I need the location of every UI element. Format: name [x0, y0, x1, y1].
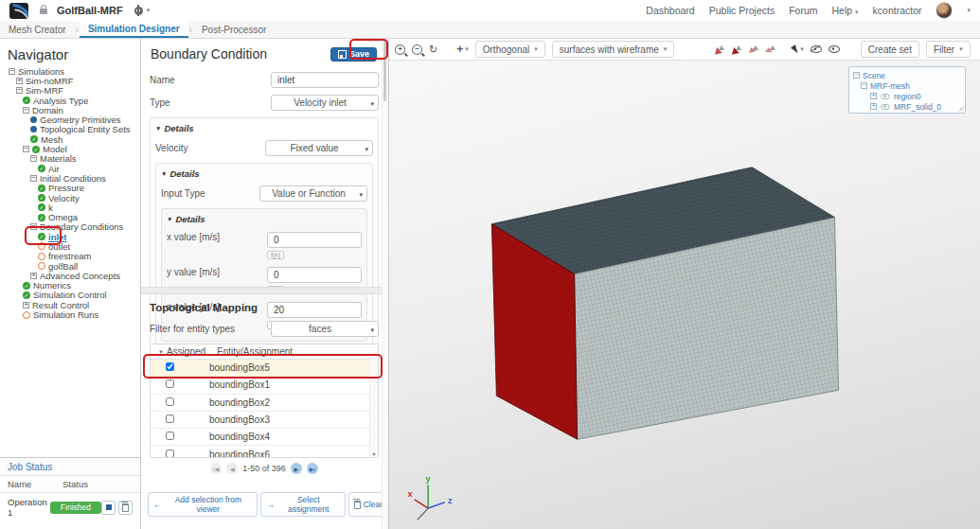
- tree-item-mesh[interactable]: ✓Mesh: [6, 134, 140, 144]
- details-header[interactable]: ▼Details: [167, 214, 362, 224]
- row-checkbox[interactable]: [166, 379, 174, 388]
- tree-item-analysis-type[interactable]: ✓Analysis Type: [6, 96, 140, 105]
- filter-button[interactable]: Filter▾: [926, 41, 971, 58]
- gear-icon[interactable]: [134, 7, 143, 15]
- create-set-button[interactable]: Create set: [861, 41, 919, 58]
- row-checkbox[interactable]: [166, 397, 174, 406]
- scroll-down-icon[interactable]: ▾: [372, 450, 375, 457]
- panel-scrollbar[interactable]: [382, 39, 388, 529]
- details-header[interactable]: ▼Details: [161, 168, 367, 179]
- row-checkbox[interactable]: [166, 414, 174, 423]
- tree-item-omega[interactable]: ✓Omega: [6, 212, 140, 221]
- tree-item-k[interactable]: ✓k: [6, 203, 140, 212]
- table-row[interactable]: boundingBox4: [151, 429, 378, 446]
- y-value-input[interactable]: [267, 267, 362, 283]
- x-value-input[interactable]: [267, 232, 362, 248]
- tree-item-simulation-runs[interactable]: Simulation Runs: [6, 309, 140, 319]
- table-row[interactable]: boundingBox2: [151, 395, 378, 412]
- chevron-down-icon[interactable]: ▾: [147, 7, 151, 14]
- viewport-3d[interactable]: y x z −Scene −MRF-mesh +region0 +MRF_sol…: [389, 61, 980, 529]
- tree-item-simulation-control[interactable]: ✓Simulation Control: [6, 291, 140, 300]
- tree-item-domain[interactable]: −Domain: [6, 105, 140, 115]
- expand-icon[interactable]: +: [870, 93, 877, 99]
- expand-icon[interactable]: +: [870, 103, 877, 110]
- table-row[interactable]: boundingBox5: [151, 360, 378, 377]
- zoom-in-icon[interactable]: +: [395, 44, 405, 55]
- tree-item-boundary-conditions[interactable]: −Boundary Conditions: [6, 222, 140, 232]
- nav-help[interactable]: Help ▾: [832, 5, 859, 16]
- collapse-icon[interactable]: −: [861, 82, 867, 89]
- tree-item-topological-entity-sets[interactable]: Topological Entity Sets: [6, 125, 140, 134]
- tree-item-pressure[interactable]: ✓Pressure: [6, 184, 140, 193]
- tab-post-processor[interactable]: Post-Processor: [193, 21, 275, 38]
- fit-view-button[interactable]: +▾: [456, 44, 469, 55]
- mesh-3d-render[interactable]: y x z: [389, 61, 980, 529]
- table-row[interactable]: boundingBox3: [151, 412, 378, 429]
- collapse-icon[interactable]: −: [853, 72, 860, 79]
- input-type-select[interactable]: Value or Function▾: [259, 185, 367, 202]
- next-page-button[interactable]: ▶: [291, 463, 302, 474]
- tree-item-inlet[interactable]: ✓inlet: [6, 232, 140, 241]
- collapse-icon[interactable]: −: [9, 68, 15, 75]
- viewer-mesh-tool-2-icon[interactable]: [731, 44, 741, 55]
- tab-simulation-designer[interactable]: Simulation Designer: [80, 21, 188, 38]
- entity-filter-select[interactable]: faces▾: [271, 321, 379, 337]
- collapse-icon[interactable]: −: [30, 223, 37, 230]
- last-page-button[interactable]: ▶|: [307, 463, 318, 474]
- expand-icon[interactable]: +: [30, 273, 37, 279]
- type-select[interactable]: Velocity inlet▾: [271, 95, 379, 111]
- scrollbar-thumb[interactable]: [383, 41, 386, 101]
- table-row[interactable]: boundingBox6: [151, 446, 378, 458]
- render-mode-select[interactable]: surfaces with wireframe▾: [552, 41, 675, 58]
- username[interactable]: kcontractor: [873, 5, 922, 16]
- collapse-icon[interactable]: −: [16, 87, 23, 94]
- table-row[interactable]: boundingBox1: [151, 377, 378, 394]
- projection-select[interactable]: Orthogonal▾: [475, 41, 545, 58]
- prev-page-button[interactable]: ◀: [226, 463, 238, 474]
- tree-item-sim-nomrf[interactable]: +Sim-noMRF: [6, 76, 140, 85]
- tree-item-materials[interactable]: −Materials: [6, 154, 140, 164]
- reset-view-icon[interactable]: ↻: [429, 44, 437, 55]
- collapse-icon[interactable]: −: [30, 175, 37, 182]
- row-checkbox[interactable]: [166, 450, 174, 458]
- nav-forum[interactable]: Forum: [789, 5, 817, 16]
- tree-item-simulations[interactable]: −Simulations: [6, 66, 140, 76]
- row-checkbox[interactable]: [166, 432, 174, 440]
- fx-button[interactable]: f(x): [267, 251, 284, 259]
- velocity-select[interactable]: Fixed value▾: [265, 140, 373, 156]
- add-selection-button[interactable]: ←Add selection from viewer: [148, 492, 258, 517]
- scene-tree-region[interactable]: +region0: [853, 91, 961, 101]
- scene-tree-solid[interactable]: +MRF_solid_0: [853, 101, 961, 112]
- nav-public-projects[interactable]: Public Projects: [709, 5, 775, 16]
- viewer-mesh-tool-1-icon[interactable]: [714, 44, 724, 55]
- collapse-icon[interactable]: −: [30, 155, 37, 162]
- expand-icon[interactable]: +: [16, 78, 23, 84]
- expand-icon[interactable]: +: [23, 302, 29, 309]
- row-checkbox[interactable]: [166, 362, 174, 371]
- tree-item-golfball[interactable]: golfBall: [6, 261, 140, 271]
- save-button[interactable]: Save: [330, 47, 377, 62]
- select-assignment-button[interactable]: →Select assignment: [260, 492, 346, 517]
- nav-dashboard[interactable]: Dashboard: [646, 5, 694, 16]
- tree-item-outlet[interactable]: outlet: [6, 241, 140, 251]
- tree-item-model[interactable]: −✓Model: [6, 144, 140, 153]
- select-mode-button[interactable]: ▾: [793, 45, 804, 54]
- table-scrollbar[interactable]: ▾: [369, 359, 378, 457]
- resize-grip-icon[interactable]: [957, 105, 964, 112]
- tree-item-air[interactable]: ✓Air: [6, 164, 140, 173]
- scene-tree-overlay[interactable]: −Scene −MRF-mesh +region0 +MRF_solid_0: [848, 66, 966, 114]
- hide-selection-icon[interactable]: [811, 45, 822, 53]
- app-logo-icon[interactable]: [9, 3, 28, 19]
- tree-item-advanced-concepts[interactable]: +Advanced Concepts: [6, 271, 140, 280]
- tab-mesh-creator[interactable]: Mesh Creator: [0, 21, 75, 38]
- collapse-icon[interactable]: −: [23, 107, 29, 114]
- tree-item-sim-mrf[interactable]: −Sim-MRF: [6, 86, 140, 96]
- tree-item-initial-conditions[interactable]: −Initial Conditions: [6, 173, 140, 183]
- tree-item-freestream[interactable]: freestream: [6, 252, 140, 261]
- col-assigned[interactable]: ▼Assigned: [151, 346, 217, 357]
- visibility-icon[interactable]: [882, 94, 890, 99]
- delete-job-button[interactable]: [118, 501, 133, 515]
- collapse-icon[interactable]: −: [23, 146, 29, 152]
- avatar[interactable]: [935, 2, 953, 19]
- viewer-mesh-tool-3-icon[interactable]: [748, 44, 758, 55]
